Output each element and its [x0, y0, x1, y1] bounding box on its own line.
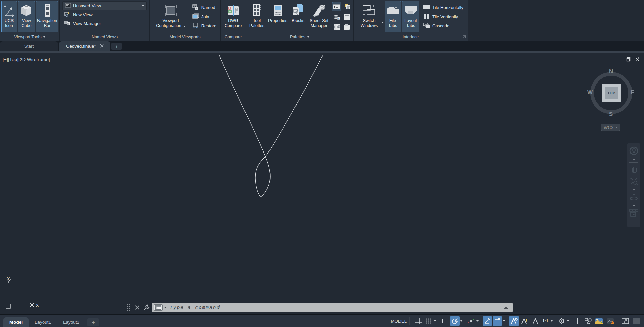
- panel-label-viewport-tools[interactable]: Viewport Tools: [0, 33, 59, 41]
- customize-wrench-icon[interactable]: [143, 303, 151, 311]
- model-space-button[interactable]: MODEL: [388, 317, 410, 325]
- tray-crosshair-icon[interactable]: [573, 316, 583, 326]
- cascade-button[interactable]: Cascade: [422, 22, 465, 30]
- button-label-line: Properties: [268, 18, 287, 23]
- file-tab-start[interactable]: Start: [0, 41, 58, 51]
- dwg-compare-button[interactable]: DWG Compare: [222, 1, 244, 32]
- clean-screen-icon[interactable]: [620, 316, 630, 326]
- layout-tab-model[interactable]: Model: [3, 317, 29, 327]
- tool-palettes-button[interactable]: Tool Palettes: [248, 1, 266, 32]
- command-input-field[interactable]: [152, 303, 513, 312]
- annotation-autoscale-icon[interactable]: [520, 316, 530, 326]
- chevron-down-icon[interactable]: [633, 189, 635, 190]
- cascade-label: Cascade: [432, 23, 449, 28]
- wcs-menu-button[interactable]: WCS: [601, 124, 620, 131]
- close-icon[interactable]: [133, 303, 141, 311]
- chevron-down-icon[interactable]: [476, 320, 479, 322]
- close-icon[interactable]: [100, 44, 104, 49]
- workspace-gear-icon[interactable]: [557, 316, 566, 326]
- chevron-down-icon[interactable]: [551, 320, 553, 322]
- chevron-down-icon[interactable]: [460, 320, 462, 322]
- command-prompt-icon[interactable]: [154, 304, 163, 311]
- annotation-scale-value[interactable]: 1:1: [541, 316, 550, 326]
- annotation-visibility-icon[interactable]: [509, 316, 519, 326]
- annotation-scale-icon[interactable]: [531, 316, 540, 326]
- navigation-bar-toggle[interactable]: Navigation Bar: [36, 1, 58, 32]
- zoom-extents-icon[interactable]: [629, 177, 638, 187]
- layout-tab-layout1[interactable]: Layout1: [29, 317, 57, 327]
- isodraft-icon[interactable]: [466, 316, 476, 326]
- chevron-down-icon[interactable]: [434, 320, 436, 322]
- button-label-line: Switch: [363, 18, 376, 23]
- grid-icon[interactable]: [414, 316, 423, 326]
- object-snap-icon[interactable]: [493, 316, 502, 326]
- spline-curve[interactable]: [0, 53, 644, 314]
- file-tab-gedved[interactable]: Gedved.finale*: [59, 41, 110, 51]
- design-center-icon[interactable]: [342, 2, 352, 11]
- viewport-configuration-button[interactable]: Viewport Configuration: [152, 1, 190, 32]
- sheet-set-manager-button[interactable]: Sheet Set Manager: [307, 1, 331, 32]
- switch-windows-button[interactable]: Switch Windows: [357, 1, 382, 29]
- chevron-down-icon[interactable]: [633, 205, 635, 207]
- panel-launcher-icon[interactable]: [463, 34, 466, 39]
- layer-stack-icon[interactable]: [332, 12, 341, 22]
- named-viewports-button[interactable]: Named: [191, 3, 218, 12]
- view-combobox[interactable]: Unsaved View: [62, 1, 147, 10]
- tile-vertically-button[interactable]: Tile Vertically: [422, 13, 465, 21]
- layout-tabs-toggle[interactable]: Layout Tabs: [402, 1, 419, 32]
- button-label-line: Tabs: [388, 23, 397, 28]
- view-manager-button[interactable]: View Manager: [62, 19, 147, 28]
- join-viewports-button[interactable]: Join: [191, 13, 218, 21]
- new-view-button[interactable]: New View: [62, 10, 147, 19]
- orbit-icon[interactable]: [629, 192, 638, 203]
- blocks-button[interactable]: Blocks: [290, 1, 306, 32]
- command-line-icon[interactable]: [332, 2, 341, 11]
- chevron-down-icon[interactable]: [567, 320, 569, 322]
- plus-icon: +: [92, 319, 95, 325]
- clipboard-icon[interactable]: [342, 22, 352, 32]
- named-viewports-icon: [192, 4, 199, 11]
- chevron-down-icon[interactable]: [503, 320, 505, 322]
- chevron-down-icon[interactable]: [382, 22, 384, 23]
- command-bar-drag-grip[interactable]: [127, 304, 130, 311]
- quick-calc-icon[interactable]: [342, 12, 352, 22]
- customization-menu-icon[interactable]: [631, 316, 641, 326]
- compass-east[interactable]: E: [630, 89, 634, 96]
- count-icon[interactable]: [332, 22, 341, 32]
- panel-model-viewports: Viewport Configuration Named: [150, 0, 221, 41]
- file-tab-bar: Start Gedved.finale* +: [0, 41, 644, 51]
- panel-label-palettes[interactable]: Palettes: [246, 33, 353, 41]
- compass-south[interactable]: S: [609, 111, 613, 118]
- view-cube-face-label[interactable]: TOP: [605, 87, 618, 99]
- navigation-wheel-icon[interactable]: [629, 146, 639, 157]
- polar-tracking-icon[interactable]: [450, 316, 460, 326]
- tile-horizontally-button[interactable]: Tile Horizontally: [422, 3, 465, 12]
- chevron-down-icon[interactable]: [633, 159, 635, 160]
- show-motion-icon[interactable]: [629, 209, 639, 219]
- graphics-warning-icon[interactable]: !: [606, 316, 616, 326]
- properties-button[interactable]: Properties: [267, 1, 289, 32]
- new-view-label: New View: [73, 12, 93, 17]
- isolate-objects-icon[interactable]: [583, 316, 593, 326]
- hardware-acceleration-icon[interactable]: !: [594, 316, 605, 326]
- new-drawing-tab-button[interactable]: +: [111, 43, 122, 50]
- layout-tab-layout2[interactable]: Layout2: [57, 317, 85, 327]
- view-cube-toggle[interactable]: View Cube: [18, 1, 35, 32]
- new-layout-button[interactable]: +: [87, 318, 99, 326]
- pan-hand-icon[interactable]: [629, 165, 638, 175]
- command-input[interactable]: [170, 303, 513, 312]
- ortho-icon[interactable]: [440, 316, 449, 326]
- file-tab-label: Start: [24, 44, 34, 49]
- compass-north[interactable]: N: [609, 68, 613, 75]
- restore-viewports-button[interactable]: Restore: [191, 22, 218, 30]
- ucs-icon-toggle[interactable]: UCS Icon: [1, 1, 17, 32]
- drawing-canvas[interactable]: [−][Top][2D Wireframe] N S W E TOP: [0, 53, 644, 314]
- file-tabs-toggle[interactable]: File Tabs: [385, 1, 401, 32]
- command-history-toggle-icon[interactable]: [504, 306, 508, 309]
- view-cube-face[interactable]: TOP: [602, 84, 621, 102]
- object-snap-tracking-icon[interactable]: [483, 316, 492, 326]
- chevron-down-icon[interactable]: [164, 307, 167, 308]
- view-cube[interactable]: N S W E TOP: [586, 68, 637, 118]
- compass-west[interactable]: W: [587, 89, 593, 96]
- snap-icon[interactable]: [424, 316, 433, 326]
